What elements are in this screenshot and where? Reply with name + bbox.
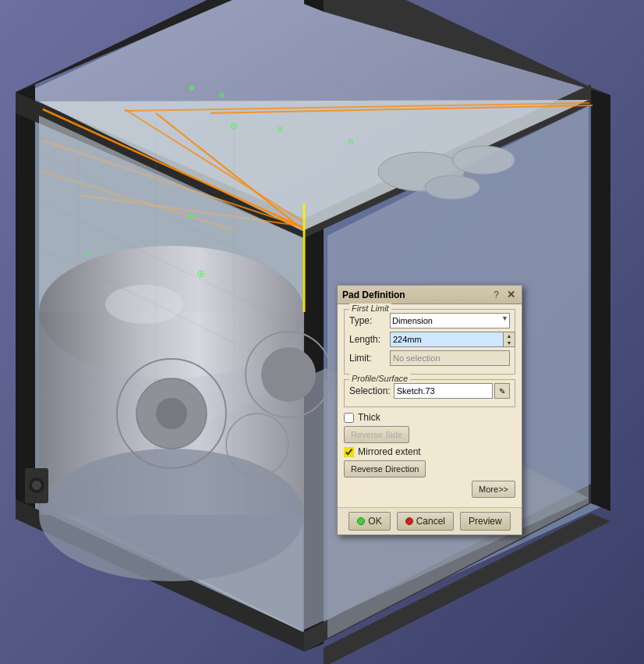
- length-spin-up[interactable]: ▲: [504, 332, 515, 339]
- preview-button[interactable]: Preview: [460, 512, 511, 531]
- svg-point-39: [156, 398, 187, 429]
- selection-label: Selection:: [349, 385, 391, 396]
- length-input[interactable]: [390, 332, 503, 347]
- first-limit-label: First Limit: [349, 304, 391, 313]
- type-row: Type: Dimension Up to Next Up to Last Up…: [349, 313, 510, 328]
- svg-text:↗: ↗: [84, 250, 90, 259]
- reverse-side-row: Reverse Side: [344, 426, 515, 443]
- svg-text:⊕: ⊕: [218, 91, 225, 99]
- thick-label[interactable]: Thick: [358, 412, 380, 423]
- mirrored-row: Mirrored extent: [344, 446, 515, 457]
- length-input-group: ▲ ▼: [390, 332, 515, 347]
- 3d-viewport: ✦ ⊕ ⊕ ⊕ ⊕ ✦ ⊕ ↗: [0, 0, 644, 664]
- profile-surface-label: Profile/Surface: [349, 374, 410, 383]
- selection-edit-button[interactable]: ✎: [494, 383, 510, 399]
- svg-text:⊕: ⊕: [196, 268, 205, 279]
- ok-button[interactable]: OK: [349, 512, 390, 531]
- svg-text:⊕: ⊕: [347, 137, 354, 146]
- dialog-title: Pad Definition: [342, 289, 405, 300]
- svg-point-36: [105, 285, 183, 324]
- 3d-scene: ✦ ⊕ ⊕ ⊕ ⊕ ✦ ⊕ ↗: [0, 0, 644, 664]
- pad-definition-dialog: Pad Definition ? ✕ First Limit Type: Dim…: [337, 285, 522, 535]
- type-label: Type:: [349, 315, 390, 326]
- more-button[interactable]: More>>: [472, 481, 515, 498]
- reverse-direction-row: Reverse Direction: [344, 460, 515, 478]
- limit-value: No selection: [390, 350, 510, 366]
- svg-text:✦: ✦: [187, 211, 196, 222]
- type-select-wrapper: Dimension Up to Next Up to Last Up to Pl…: [390, 313, 510, 328]
- length-spinners: ▲ ▼: [503, 332, 515, 347]
- ok-dot: [357, 517, 365, 525]
- reverse-side-button[interactable]: Reverse Side: [344, 426, 409, 443]
- dialog-titlebar[interactable]: Pad Definition ? ✕: [338, 286, 522, 304]
- svg-text:✦: ✦: [187, 82, 196, 94]
- limit-row: Limit: No selection: [349, 350, 510, 366]
- cancel-button[interactable]: Cancel: [397, 512, 454, 531]
- length-row: Length: ▲ ▼: [349, 332, 510, 347]
- first-limit-group: First Limit Type: Dimension Up to Next U…: [344, 309, 515, 375]
- thick-row: Thick: [344, 412, 515, 423]
- selection-row: Selection: Sketch.73 ✎: [349, 383, 510, 399]
- ok-label: OK: [368, 516, 381, 527]
- more-row: More>>: [344, 481, 515, 498]
- dialog-controls: ? ✕: [492, 289, 517, 300]
- thick-checkbox[interactable]: [344, 413, 354, 423]
- length-label: Length:: [349, 334, 390, 345]
- mirrored-checkbox[interactable]: [344, 447, 354, 457]
- cancel-label: Cancel: [416, 516, 445, 527]
- close-button[interactable]: ✕: [505, 289, 517, 300]
- profile-surface-group: Profile/Surface Selection: Sketch.73 ✎: [344, 379, 515, 407]
- dialog-body: First Limit Type: Dimension Up to Next U…: [338, 304, 522, 507]
- dialog-footer: OK Cancel Preview: [338, 507, 522, 534]
- svg-point-53: [32, 481, 41, 490]
- selection-value[interactable]: Sketch.73: [394, 383, 493, 399]
- svg-marker-7: [591, 87, 610, 511]
- svg-text:⊕: ⊕: [277, 124, 283, 133]
- mirrored-label[interactable]: Mirrored extent: [358, 446, 421, 457]
- length-spin-down[interactable]: ▼: [504, 339, 515, 346]
- limit-label: Limit:: [349, 353, 390, 364]
- type-select[interactable]: Dimension Up to Next Up to Last Up to Pl…: [390, 313, 510, 328]
- cancel-dot: [405, 517, 413, 525]
- svg-marker-5: [16, 84, 35, 519]
- svg-point-41: [261, 347, 316, 402]
- reverse-direction-button[interactable]: Reverse Direction: [344, 460, 426, 478]
- help-button[interactable]: ?: [492, 289, 501, 300]
